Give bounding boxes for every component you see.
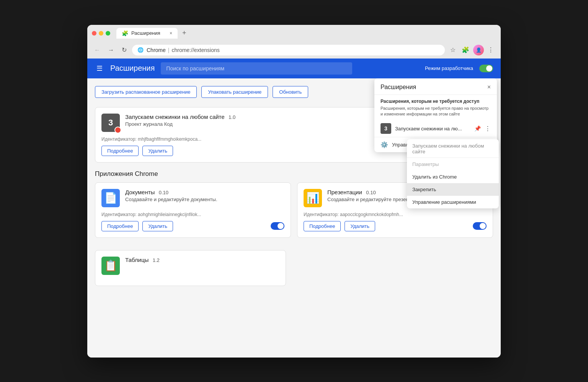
context-menu-pin[interactable]: Закрепить — [407, 183, 499, 196]
main-content: Загрузить распакованное расширение Упако… — [87, 78, 501, 358]
pin-icon[interactable]: 📌 — [474, 125, 481, 132]
slides-id: Идентификатор: aapocclcgogkmnckokdopfmh.… — [304, 212, 487, 217]
more-options-icon[interactable]: ⋮ — [485, 125, 491, 132]
context-menu-parameters: Параметры — [407, 158, 499, 171]
minimize-window-button[interactable] — [99, 31, 103, 36]
extensions-popup: Расширения × Расширения, которым не треб… — [374, 78, 497, 153]
popup-snowflake-name: Запускаем снежинки на лю... — [395, 126, 470, 132]
context-menu-manage[interactable]: Управление расширениями — [407, 196, 499, 208]
snowflake-details-button[interactable]: Подробнее — [101, 146, 139, 156]
docs-info: Документы 0.10 Создавайте и редактируйте… — [125, 189, 284, 202]
sheets-icon: 📋 — [101, 257, 120, 275]
forward-button[interactable]: → — [106, 45, 116, 55]
tab-title: Расширения — [131, 30, 160, 36]
reload-button[interactable]: ↻ — [119, 45, 129, 55]
sheets-info: Таблицы 1.2 — [125, 257, 279, 263]
manage-icon: ⚙️ — [381, 141, 388, 148]
tab-bar: 🧩 Расширения × + — [116, 28, 496, 39]
title-bar: 🧩 Расширения × + — [87, 25, 501, 42]
slides-icon: 📊 — [304, 189, 322, 207]
active-tab[interactable]: 🧩 Расширения × — [116, 28, 178, 39]
slides-details-button[interactable]: Подробнее — [304, 221, 341, 231]
sheets-app-card: 📋 Таблицы 1.2 — [95, 250, 286, 286]
address-url: chrome://extensions — [172, 47, 219, 53]
snowflake-version: 1.0 — [229, 114, 235, 120]
tab-close-button[interactable]: × — [170, 31, 172, 36]
snowflake-name: Запускаем снежинки на любом сайте — [125, 114, 225, 120]
slides-toggle[interactable] — [473, 222, 487, 230]
slides-name: Презентации — [327, 189, 362, 195]
extensions-header-title: Расширения — [110, 64, 155, 73]
docs-details-button[interactable]: Подробнее — [101, 221, 139, 231]
new-tab-button[interactable]: + — [179, 28, 189, 39]
pack-extension-button[interactable]: Упаковать расширение — [201, 86, 268, 98]
toolbar-icons: ☆ 🧩 👤 ⋮ — [448, 45, 496, 55]
docs-icon: 📄 — [101, 189, 120, 207]
snowflake-remove-button[interactable]: Удалить — [142, 146, 173, 156]
dev-mode-label: Режим разработчика — [425, 65, 473, 71]
snowflake-badge — [114, 127, 121, 133]
popup-section-desc: Расширения, которым не требуется право н… — [374, 106, 497, 120]
sheets-version: 1.2 — [153, 257, 160, 263]
docs-description: Создавайте и редактируйте документы. — [125, 197, 284, 202]
slides-remove-button[interactable]: Удалить — [345, 221, 375, 231]
docs-toggle[interactable] — [271, 222, 284, 230]
update-button[interactable]: Обновить — [273, 86, 308, 98]
snowflake-icon-wrapper: 3 — [101, 114, 120, 132]
back-button[interactable]: ← — [92, 45, 103, 55]
extensions-header: ☰ Расширения Режим разработчика — [87, 59, 501, 78]
popup-section-title: Расширения, которым не требуется доступ — [374, 95, 497, 106]
context-menu-remove[interactable]: Удалить из Chrome — [407, 171, 499, 183]
docs-id: Идентификатор: aohghmighlieiainnegkcijnf… — [101, 212, 284, 217]
docs-app-card: 📄 Документы 0.10 Создавайте и редактируй… — [95, 182, 291, 238]
address-bar: ← → ↻ 🌐 Chrome | chrome://extensions ☆ 🧩… — [87, 42, 501, 59]
popup-close-button[interactable]: × — [487, 84, 491, 91]
address-text: Chrome | chrome://extensions — [147, 47, 220, 53]
bookmark-button[interactable]: ☆ — [448, 45, 458, 55]
avatar-button[interactable]: 👤 — [473, 45, 484, 55]
close-window-button[interactable] — [92, 31, 96, 36]
popup-snowflake-item[interactable]: 3 Запускаем снежинки на лю... 📌 ⋮ Запуск… — [374, 120, 497, 137]
popup-header: Расширения × — [374, 78, 497, 95]
load-unpacked-button[interactable]: Загрузить распакованное расширение — [95, 86, 197, 98]
site-name: Chrome — [147, 47, 166, 53]
sheets-name: Таблицы — [125, 257, 149, 263]
address-input[interactable]: 🌐 Chrome | chrome://extensions — [132, 45, 445, 55]
popup-snowflake-icon: 3 — [381, 123, 391, 134]
extensions-search-input[interactable] — [161, 62, 352, 75]
hamburger-menu-button[interactable]: ☰ — [95, 63, 104, 74]
address-separator: | — [168, 47, 170, 53]
extensions-button[interactable]: 🧩 — [459, 45, 472, 55]
context-menu: Запускаем снежинки на любом сайте Параме… — [407, 139, 499, 208]
slides-version: 0.10 — [366, 190, 376, 195]
dev-mode-toggle[interactable] — [479, 65, 493, 72]
popup-title: Расширения — [381, 84, 416, 91]
docs-remove-button[interactable]: Удалить — [142, 221, 173, 231]
fullscreen-window-button[interactable] — [106, 31, 110, 36]
traffic-lights — [92, 31, 110, 36]
docs-name: Документы — [125, 189, 155, 195]
docs-version: 0.10 — [159, 190, 168, 195]
context-menu-header: Запускаем снежинки на любом сайте — [407, 139, 499, 158]
menu-button[interactable]: ⋮ — [485, 45, 496, 55]
tab-icon: 🧩 — [122, 30, 128, 36]
